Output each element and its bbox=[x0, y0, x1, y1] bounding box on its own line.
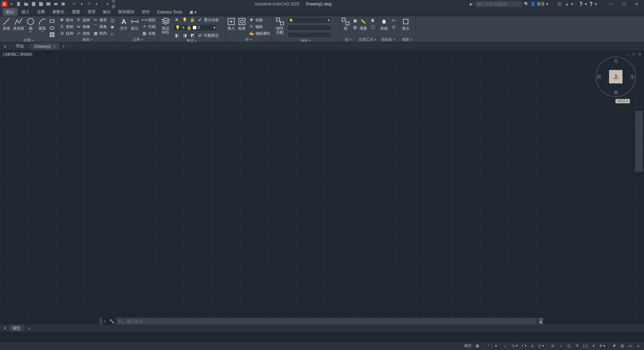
linetype-dropdown[interactable] bbox=[288, 25, 331, 31]
tool-matchlayer[interactable]: ⇄匹配图层 bbox=[197, 32, 219, 38]
clip-copy-icon[interactable]: ⎘ bbox=[390, 24, 397, 30]
minimize-button[interactable]: — bbox=[605, 0, 617, 8]
tool-mirror[interactable]: ⇋镜像 bbox=[75, 24, 91, 30]
autodesk-icon[interactable]: ▲ bbox=[564, 1, 570, 7]
drawing-area[interactable]: [-][俯视][二维线框] — ▢ ✕ 北 南 东 西 上 WCS ▾ × 🔧 … bbox=[0, 50, 644, 332]
layout-menu-icon[interactable]: ≡ bbox=[1, 324, 9, 332]
share-icon[interactable]: ✈ bbox=[104, 1, 111, 7]
viewcube-top-face[interactable]: 上 bbox=[609, 70, 622, 83]
tool-fillet[interactable]: ⌒圆角 bbox=[92, 24, 108, 30]
qat-dropdown-icon[interactable]: ▾ bbox=[8, 1, 15, 7]
tool-explode-icon[interactable]: ✱ bbox=[109, 24, 116, 30]
tool-edit-block[interactable]: ✎编辑 bbox=[248, 24, 271, 30]
cmd-handle[interactable] bbox=[99, 318, 102, 325]
nav-wheel-icon[interactable] bbox=[636, 111, 642, 124]
tool-move[interactable]: ✥移动 bbox=[58, 17, 74, 23]
color-dropdown[interactable]: ▾ bbox=[288, 17, 331, 23]
sb-model[interactable]: 模型 bbox=[463, 343, 473, 349]
layout-add-icon[interactable]: ＋ bbox=[24, 325, 35, 331]
sb-dyninput-icon[interactable]: ⊞ bbox=[549, 343, 557, 349]
search-input[interactable] bbox=[475, 1, 522, 7]
tab-drawing1[interactable]: Drawing1 × bbox=[31, 43, 59, 50]
close-button[interactable]: ✕ bbox=[631, 0, 643, 8]
tab-addins[interactable]: 附加模块 bbox=[115, 8, 138, 16]
redo-dd-icon[interactable]: ▾ bbox=[93, 1, 100, 7]
tool-ellipse-icon[interactable] bbox=[49, 25, 55, 31]
layer-flag3-icon[interactable]: 🔒 bbox=[189, 17, 196, 23]
sb-customize-icon[interactable]: ≡ bbox=[635, 343, 642, 349]
tool-stretch[interactable]: ⇲拉伸 bbox=[58, 30, 74, 36]
tool-rotate[interactable]: ↻旋转 bbox=[75, 17, 91, 23]
tool-retrieve-block[interactable]: 检索 bbox=[237, 17, 247, 30]
clip-cut-icon[interactable]: ✂ bbox=[390, 18, 397, 24]
tool-dimension[interactable]: 标注 bbox=[130, 17, 140, 30]
vp-close-icon[interactable]: ✕ bbox=[637, 52, 642, 57]
tab-annotate[interactable]: 注释 bbox=[34, 8, 48, 16]
tool-array[interactable]: ▦阵列 bbox=[92, 30, 108, 36]
tool-erase-icon[interactable]: ◫ bbox=[109, 18, 116, 24]
cmd-customize-icon[interactable]: 🔧 bbox=[110, 319, 115, 324]
tool-measure[interactable]: 📏测量 bbox=[358, 17, 368, 30]
tool-editattr[interactable]: ✍编辑属性 bbox=[248, 30, 271, 36]
sb-annoscale-icon[interactable]: ✚ bbox=[610, 343, 618, 349]
tool-polyline[interactable]: 多段线 bbox=[13, 17, 24, 30]
web-open-icon[interactable] bbox=[45, 1, 52, 7]
tool-rect-icon[interactable] bbox=[49, 18, 55, 24]
sb-polar-icon[interactable]: ⊙ ▾ bbox=[510, 343, 519, 349]
undo-dd-icon[interactable]: ▾ bbox=[78, 1, 85, 7]
sb-scale-dd-icon[interactable]: ▾ bbox=[590, 343, 597, 349]
save-icon[interactable] bbox=[30, 1, 37, 7]
tool-paste[interactable]: 📋粘贴 bbox=[379, 17, 389, 30]
file-tab-menu-icon[interactable]: ≡ bbox=[1, 43, 9, 50]
tool-hatch-icon[interactable] bbox=[49, 32, 55, 38]
tab-manage[interactable]: 管理 bbox=[84, 8, 99, 16]
layer-iso3-icon[interactable]: ◩ bbox=[189, 32, 196, 38]
tab-start[interactable]: 开始 bbox=[12, 43, 27, 50]
tab-output[interactable]: 输出 bbox=[99, 8, 114, 16]
print-icon[interactable] bbox=[60, 1, 67, 7]
sb-scale-label[interactable]: 1:1 bbox=[581, 343, 589, 349]
layer-iso1-icon[interactable]: ◧ bbox=[173, 32, 180, 38]
tool-match-props[interactable]: 特性 匹配 bbox=[274, 17, 286, 34]
redo-icon[interactable]: ↷ bbox=[86, 1, 92, 7]
layer-dropdown[interactable]: 💡☀🔓0▾ bbox=[173, 24, 217, 31]
login-button[interactable]: 👤 登录 ▾ bbox=[530, 1, 548, 7]
sb-grid-icon[interactable]: ▦ bbox=[474, 343, 481, 349]
cmd-history-icon[interactable]: ▴ bbox=[538, 318, 543, 325]
tool-table[interactable]: ▦表格 bbox=[141, 30, 156, 36]
cmd-close-icon[interactable]: × bbox=[104, 319, 108, 324]
nav-orbit-icon[interactable] bbox=[636, 147, 642, 160]
tab-collab[interactable]: 协作 bbox=[138, 8, 153, 16]
sb-lineweight-icon[interactable]: ≡ bbox=[557, 343, 565, 349]
tool-linear[interactable]: ⟷线性 bbox=[141, 17, 156, 23]
sb-gear-icon[interactable]: ✲ ▾ bbox=[598, 343, 607, 349]
viewcube-east[interactable]: 东 bbox=[630, 74, 635, 80]
layout-model[interactable]: 模型 bbox=[9, 325, 24, 331]
sb-ws-icon[interactable]: ▥ bbox=[618, 343, 626, 349]
layer-flag2-icon[interactable]: 💡 bbox=[181, 17, 188, 23]
wcs-badge[interactable]: WCS ▾ bbox=[615, 99, 630, 103]
viewcube-west[interactable]: 西 bbox=[597, 74, 601, 80]
search-play-icon[interactable]: ▶ bbox=[468, 1, 475, 7]
layer-iso2-icon[interactable]: ◨ bbox=[181, 32, 188, 38]
tool-line[interactable]: 直线 bbox=[1, 17, 12, 30]
tool-offset-icon[interactable]: ⊂ bbox=[109, 31, 116, 37]
sb-ortho-icon[interactable]: ∟ bbox=[502, 343, 510, 349]
tab-parametric[interactable]: 参数化 bbox=[49, 8, 68, 16]
sb-otrack-icon[interactable]: ◻ ▾ bbox=[537, 343, 546, 349]
layer-flag1-icon[interactable]: ❄ bbox=[173, 17, 180, 23]
tool-group[interactable]: 组 bbox=[341, 17, 350, 30]
open-icon[interactable] bbox=[23, 1, 30, 7]
sb-cycling-icon[interactable]: ⟲ bbox=[573, 343, 581, 349]
tool-arc[interactable]: 圆弧▾ bbox=[37, 17, 47, 33]
tool-scale[interactable]: ⤢缩放 bbox=[75, 30, 91, 36]
maximize-button[interactable]: ▢ bbox=[618, 0, 630, 8]
sb-snap-icon[interactable]: ⋮⋮⋮ ▾ bbox=[482, 343, 498, 349]
tab-add-icon[interactable]: ＋ bbox=[60, 43, 67, 50]
lineweight-dropdown[interactable] bbox=[288, 32, 331, 38]
util-opt1-icon[interactable]: 🖩 bbox=[369, 18, 376, 24]
util-opt2-icon[interactable]: ☐ bbox=[369, 24, 376, 30]
tool-trim[interactable]: ✂修剪 bbox=[92, 17, 108, 23]
undo-icon[interactable]: ↶ bbox=[71, 1, 78, 7]
plot-icon[interactable] bbox=[52, 1, 59, 7]
